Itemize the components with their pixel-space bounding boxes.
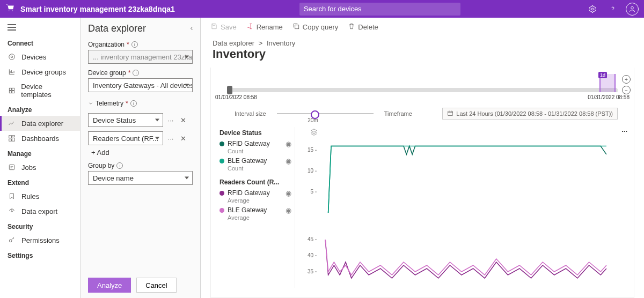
breadcrumb: Data explorer > Inventory [201,36,644,47]
info-icon[interactable]: i [130,100,137,107]
copy-icon [292,23,300,32]
svg-point-3 [11,56,13,58]
timeline-brush[interactable]: 01/01/2022 08:58 01/31/2022 08:58 1d + − [211,68,634,108]
legend-item[interactable]: BLE GatewayAverage ◉ [219,205,295,222]
add-telemetry-button[interactable]: + Add [88,145,193,157]
svg-point-13 [9,240,12,242]
data-export-icon [8,207,16,215]
help-icon[interactable] [605,2,620,17]
svg-rect-6 [9,91,11,93]
rules-icon [8,192,16,200]
permissions-icon [8,236,16,244]
brush-handle-left[interactable] [227,86,232,94]
device-groups-icon [8,68,16,76]
toolbar-save-button[interactable]: Save [210,23,237,32]
nav-item-device-templates[interactable]: Device templates [0,79,80,102]
legend: Device Status RFID GatewayCount ◉ BLE Ga… [219,127,295,288]
nav-heading-analyze: Analyze [0,102,80,116]
svg-rect-10 [12,138,15,141]
chart-more-icon[interactable]: ··· [621,127,627,135]
nav-item-dashboards[interactable]: Dashboards [0,131,80,146]
nav-item-devices[interactable]: Devices [0,49,80,64]
timeframe-picker[interactable]: Last 24 Hours (01/30/2022 08:58 - 01/31/… [442,108,618,120]
eye-icon[interactable]: ◉ [286,189,295,197]
zoom-out-icon[interactable]: − [622,86,631,94]
cancel-button[interactable]: Cancel [136,278,176,293]
line-chart: 51015354045 [301,127,612,288]
delete-icon [348,23,355,32]
groupby-select[interactable]: Device name [88,171,193,185]
telemetry-select-1[interactable]: Readers Count (RF... [88,131,163,145]
eye-icon[interactable]: ◉ [286,157,295,165]
timeline-end-label: 01/31/2022 08:58 [588,94,630,100]
nav-item-data-explorer[interactable]: Data explorer [0,116,80,131]
nav-heading-connect: Connect [0,35,80,49]
telemetry-remove-1[interactable]: ✕ [178,135,188,143]
svg-rect-5 [12,88,14,90]
toolbar-copy-button[interactable]: Copy query [292,23,338,32]
info-icon[interactable]: i [133,70,139,76]
nav-item-rules[interactable]: Rules [0,189,80,204]
breadcrumb-root[interactable]: Data explorer [213,39,254,47]
svg-rect-11 [9,139,12,141]
chart-area: ··· 51015354045 [295,127,630,288]
info-icon[interactable]: i [131,41,138,48]
org-label: Organization*i [88,41,193,48]
collapse-panel-icon[interactable] [188,25,195,33]
legend-item[interactable]: BLE GatewayCount ◉ [219,156,295,173]
dashboards-icon [8,134,16,143]
breadcrumb-leaf: Inventory [267,39,295,47]
hamburger-icon[interactable] [0,22,80,35]
svg-rect-12 [9,165,14,169]
svg-rect-14 [295,25,298,28]
interval-slider[interactable]: 20m [277,113,374,114]
nav-item-data-export[interactable]: Data export [0,204,80,219]
analyze-button[interactable]: Analyze [88,278,131,293]
org-select[interactable]: ... inventory management 23zka8dnqa1 [88,50,193,64]
nav-item-jobs[interactable]: Jobs [0,160,80,175]
legend-dot [219,208,224,213]
legend-item[interactable]: RFID GatewayCount ◉ [219,139,295,156]
jobs-icon [8,163,16,172]
groupby-label: Group byi [88,162,193,169]
settings-gear-icon[interactable] [585,2,600,17]
telemetry-more-0[interactable]: ··· [165,116,176,124]
interval-value: 20m [308,117,318,123]
svg-text:10: 10 [308,168,314,174]
svg-text:35: 35 [308,269,314,274]
telemetry-select-0[interactable]: Device Status [88,113,163,127]
svg-rect-9 [12,136,15,137]
svg-rect-4 [9,88,11,90]
legend-item[interactable]: RFID GatewayAverage ◉ [219,188,295,205]
panel-title: Data explorer [88,23,193,34]
eye-icon[interactable]: ◉ [286,140,295,148]
interval-label: Interval size [235,110,266,117]
eye-icon[interactable]: ◉ [286,206,295,214]
info-icon[interactable]: i [116,162,123,169]
layers-icon[interactable] [310,128,318,137]
timeframe-label: Timeframe [384,110,412,117]
legend-dot [219,191,224,196]
legend-title-2: Readers Count (R... [219,178,295,186]
nav-heading-security: Security [0,219,80,233]
svg-text:40: 40 [308,252,314,258]
zoom-in-icon[interactable]: + [622,75,631,84]
toolbar-rename-button[interactable]: Rename [246,23,283,32]
svg-rect-8 [9,136,12,138]
legend-dot [219,141,224,146]
search-input[interactable]: Search for devices [299,3,460,16]
page-title: Inventory [201,47,644,64]
nav-item-permissions[interactable]: Permissions [0,233,80,248]
main-content: Save Rename Copy query Delete Data explo… [201,18,644,298]
user-avatar-icon[interactable] [626,3,639,16]
toolbar-delete-button[interactable]: Delete [348,23,378,32]
nav-item-device-groups[interactable]: Device groups [0,64,80,79]
app-logo-icon [5,3,15,14]
query-panel: Data explorer Organization*i ... invento… [80,18,201,298]
telemetry-more-1[interactable]: ··· [165,135,176,143]
device-group-select[interactable]: Inventory Gateways - All devices [88,78,193,92]
telemetry-remove-0[interactable]: ✕ [178,116,188,124]
chevron-down-icon[interactable] [88,101,93,106]
telemetry-label: Telemetry*i [88,100,193,107]
svg-point-0 [591,8,594,10]
